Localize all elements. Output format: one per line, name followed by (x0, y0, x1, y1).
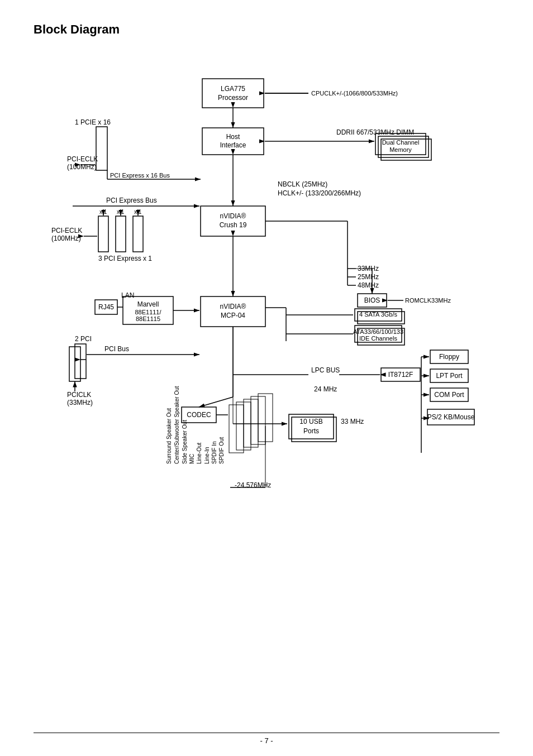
svg-line-119 (199, 397, 233, 407)
svg-text:10 USB: 10 USB (299, 418, 322, 425)
page-title: Block Diagram (34, 22, 499, 37)
svg-text:nVIDIA®: nVIDIA® (220, 303, 246, 310)
svg-text:(100MHz): (100MHz) (51, 235, 81, 242)
svg-text:Marvell: Marvell (137, 300, 159, 308)
page-number: - 7 - (34, 736, 499, 745)
svg-text:24 MHz: 24 MHz (314, 385, 337, 393)
page: Block Diagram LGA775 Processor CPUCLK+/-… (0, 0, 533, 756)
svg-text:48MHz: 48MHz (358, 281, 379, 289)
svg-text:HCLK+/- (133/200/266MHz): HCLK+/- (133/200/266MHz) (278, 189, 361, 197)
svg-text:Floppy: Floppy (439, 353, 459, 361)
svg-text:Interface: Interface (220, 141, 246, 149)
svg-text:Side Speaker Out: Side Speaker Out (182, 420, 188, 464)
svg-text:ATA33/66/100/133: ATA33/66/100/133 (353, 328, 403, 335)
svg-text:Line-Out: Line-Out (196, 442, 202, 464)
svg-text:MCP-04: MCP-04 (221, 312, 245, 319)
svg-text:Ports: Ports (303, 427, 319, 435)
block-diagram: LGA775 Processor CPUCLK+/-(1066/800/533M… (35, 54, 498, 712)
svg-text:33 MHz: 33 MHz (341, 418, 364, 425)
svg-text:4 SATA 3Gb/s: 4 SATA 3Gb/s (359, 311, 398, 318)
svg-text:nVIDIA®: nVIDIA® (220, 212, 246, 220)
svg-text:3 PCI Express x 1: 3 PCI Express x 1 (98, 255, 152, 262)
svg-text:88E1115: 88E1115 (136, 315, 160, 322)
svg-text:PCI Bus: PCI Bus (104, 345, 129, 353)
svg-text:PCICLK: PCICLK (67, 391, 91, 399)
svg-text:(33MHz): (33MHz) (67, 399, 93, 406)
svg-text:LPT Port: LPT Port (436, 372, 463, 380)
svg-text:88E1111/: 88E1111/ (135, 309, 161, 315)
svg-text:MIC: MIC (189, 454, 195, 464)
svg-text:PCI-ECLK: PCI-ECLK (67, 155, 98, 163)
svg-rect-20 (96, 127, 107, 170)
svg-text:SPDIF Out: SPDIF Out (218, 437, 225, 464)
svg-text:Dual Channel: Dual Channel (382, 139, 420, 146)
svg-text:25MHz: 25MHz (358, 273, 379, 281)
svg-text:Memory: Memory (389, 146, 412, 153)
svg-text:1 PCIE x 16: 1 PCIE x 16 (75, 118, 111, 126)
svg-text:Crush 19: Crush 19 (220, 221, 247, 229)
svg-text:ROMCLK33MHz: ROMCLK33MHz (405, 297, 451, 304)
svg-text:(100MHz): (100MHz) (67, 163, 97, 171)
svg-text:CODEC: CODEC (187, 411, 211, 419)
svg-rect-2 (202, 79, 264, 108)
svg-text:LGA775: LGA775 (221, 85, 245, 93)
svg-text:PCI Express x 16 Bus: PCI Express x 16 Bus (110, 172, 170, 179)
svg-text:Line-In: Line-In (204, 447, 210, 464)
svg-rect-41 (133, 216, 143, 252)
svg-text:Surround Speaker Out: Surround Speaker Out (166, 408, 172, 464)
svg-text:2 PCI: 2 PCI (75, 335, 92, 343)
svg-text:NBCLK (25MHz): NBCLK (25MHz) (278, 180, 327, 188)
svg-text:LPC BUS: LPC BUS (311, 366, 340, 374)
svg-text:RJ45: RJ45 (98, 303, 114, 311)
svg-text:-24.576MHz: -24.576MHz (235, 481, 271, 489)
svg-text:Processor: Processor (218, 94, 248, 102)
svg-text:BIOS: BIOS (364, 296, 380, 304)
svg-text:Host: Host (226, 133, 240, 141)
svg-rect-40 (116, 216, 126, 252)
svg-text:SPDIF In: SPDIF In (211, 441, 217, 464)
svg-text:CPUCLK+/-(1066/800/533MHz): CPUCLK+/-(1066/800/533MHz) (311, 90, 398, 97)
svg-text:PCI-ECLK: PCI-ECLK (51, 227, 82, 235)
svg-text:PCI Express Bus: PCI Express Bus (106, 197, 157, 204)
svg-text:Center/Subwoofer Speaker Out: Center/Subwoofer Speaker Out (174, 386, 180, 464)
svg-text:PS/2 KB/Mouse: PS/2 KB/Mouse (427, 413, 475, 421)
svg-text:IT8712F: IT8712F (388, 371, 413, 379)
svg-text:COM Port: COM Port (434, 391, 464, 399)
svg-rect-39 (98, 216, 108, 252)
svg-text:IDE Channels: IDE Channels (359, 335, 397, 342)
